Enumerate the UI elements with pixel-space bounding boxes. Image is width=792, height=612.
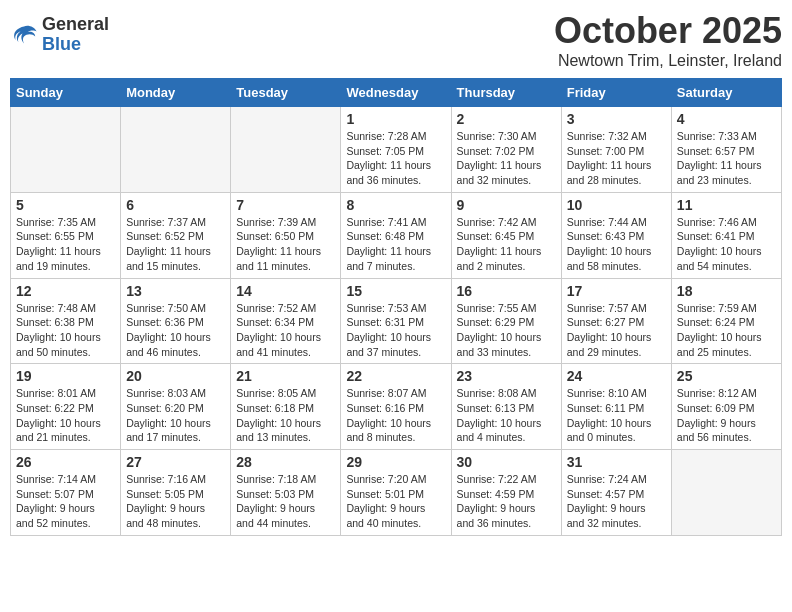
calendar-cell: 20Sunrise: 8:03 AMSunset: 6:20 PMDayligh… (121, 364, 231, 450)
day-info: Sunrise: 7:41 AMSunset: 6:48 PMDaylight:… (346, 215, 445, 274)
day-number: 8 (346, 197, 445, 213)
day-number: 1 (346, 111, 445, 127)
day-number: 25 (677, 368, 776, 384)
day-info: Sunrise: 7:42 AMSunset: 6:45 PMDaylight:… (457, 215, 556, 274)
day-number: 29 (346, 454, 445, 470)
day-info: Sunrise: 8:12 AMSunset: 6:09 PMDaylight:… (677, 386, 776, 445)
day-number: 19 (16, 368, 115, 384)
calendar-cell: 27Sunrise: 7:16 AMSunset: 5:05 PMDayligh… (121, 450, 231, 536)
day-number: 22 (346, 368, 445, 384)
calendar-cell (231, 107, 341, 193)
calendar-week-row: 26Sunrise: 7:14 AMSunset: 5:07 PMDayligh… (11, 450, 782, 536)
month-title: October 2025 (554, 10, 782, 52)
calendar-cell: 15Sunrise: 7:53 AMSunset: 6:31 PMDayligh… (341, 278, 451, 364)
title-section: October 2025 Newtown Trim, Leinster, Ire… (554, 10, 782, 70)
day-number: 13 (126, 283, 225, 299)
calendar-cell: 23Sunrise: 8:08 AMSunset: 6:13 PMDayligh… (451, 364, 561, 450)
day-number: 20 (126, 368, 225, 384)
day-info: Sunrise: 8:03 AMSunset: 6:20 PMDaylight:… (126, 386, 225, 445)
calendar-week-row: 12Sunrise: 7:48 AMSunset: 6:38 PMDayligh… (11, 278, 782, 364)
calendar-cell: 13Sunrise: 7:50 AMSunset: 6:36 PMDayligh… (121, 278, 231, 364)
calendar-cell: 4Sunrise: 7:33 AMSunset: 6:57 PMDaylight… (671, 107, 781, 193)
calendar-cell: 31Sunrise: 7:24 AMSunset: 4:57 PMDayligh… (561, 450, 671, 536)
day-number: 4 (677, 111, 776, 127)
calendar-cell: 21Sunrise: 8:05 AMSunset: 6:18 PMDayligh… (231, 364, 341, 450)
calendar-cell (11, 107, 121, 193)
day-info: Sunrise: 8:07 AMSunset: 6:16 PMDaylight:… (346, 386, 445, 445)
day-number: 18 (677, 283, 776, 299)
calendar-cell: 16Sunrise: 7:55 AMSunset: 6:29 PMDayligh… (451, 278, 561, 364)
day-info: Sunrise: 7:44 AMSunset: 6:43 PMDaylight:… (567, 215, 666, 274)
day-info: Sunrise: 7:20 AMSunset: 5:01 PMDaylight:… (346, 472, 445, 531)
calendar-cell: 24Sunrise: 8:10 AMSunset: 6:11 PMDayligh… (561, 364, 671, 450)
calendar-cell (121, 107, 231, 193)
calendar-cell: 5Sunrise: 7:35 AMSunset: 6:55 PMDaylight… (11, 192, 121, 278)
bird-icon (10, 21, 38, 49)
calendar-cell: 14Sunrise: 7:52 AMSunset: 6:34 PMDayligh… (231, 278, 341, 364)
day-info: Sunrise: 7:37 AMSunset: 6:52 PMDaylight:… (126, 215, 225, 274)
day-number: 5 (16, 197, 115, 213)
day-number: 12 (16, 283, 115, 299)
day-info: Sunrise: 7:50 AMSunset: 6:36 PMDaylight:… (126, 301, 225, 360)
day-number: 23 (457, 368, 556, 384)
day-info: Sunrise: 7:48 AMSunset: 6:38 PMDaylight:… (16, 301, 115, 360)
day-info: Sunrise: 8:01 AMSunset: 6:22 PMDaylight:… (16, 386, 115, 445)
calendar-cell (671, 450, 781, 536)
calendar-day-header: Tuesday (231, 79, 341, 107)
day-number: 11 (677, 197, 776, 213)
day-info: Sunrise: 7:18 AMSunset: 5:03 PMDaylight:… (236, 472, 335, 531)
calendar-cell: 28Sunrise: 7:18 AMSunset: 5:03 PMDayligh… (231, 450, 341, 536)
calendar-cell: 9Sunrise: 7:42 AMSunset: 6:45 PMDaylight… (451, 192, 561, 278)
day-info: Sunrise: 7:16 AMSunset: 5:05 PMDaylight:… (126, 472, 225, 531)
day-number: 7 (236, 197, 335, 213)
day-info: Sunrise: 7:46 AMSunset: 6:41 PMDaylight:… (677, 215, 776, 274)
day-number: 24 (567, 368, 666, 384)
day-info: Sunrise: 7:55 AMSunset: 6:29 PMDaylight:… (457, 301, 556, 360)
day-number: 31 (567, 454, 666, 470)
calendar-cell: 29Sunrise: 7:20 AMSunset: 5:01 PMDayligh… (341, 450, 451, 536)
day-info: Sunrise: 8:05 AMSunset: 6:18 PMDaylight:… (236, 386, 335, 445)
calendar-week-row: 19Sunrise: 8:01 AMSunset: 6:22 PMDayligh… (11, 364, 782, 450)
day-number: 10 (567, 197, 666, 213)
day-info: Sunrise: 7:28 AMSunset: 7:05 PMDaylight:… (346, 129, 445, 188)
calendar-week-row: 5Sunrise: 7:35 AMSunset: 6:55 PMDaylight… (11, 192, 782, 278)
day-info: Sunrise: 7:32 AMSunset: 7:00 PMDaylight:… (567, 129, 666, 188)
calendar-cell: 30Sunrise: 7:22 AMSunset: 4:59 PMDayligh… (451, 450, 561, 536)
calendar-cell: 1Sunrise: 7:28 AMSunset: 7:05 PMDaylight… (341, 107, 451, 193)
day-number: 21 (236, 368, 335, 384)
logo-text: General Blue (42, 15, 109, 55)
day-number: 30 (457, 454, 556, 470)
calendar-cell: 11Sunrise: 7:46 AMSunset: 6:41 PMDayligh… (671, 192, 781, 278)
calendar-cell: 2Sunrise: 7:30 AMSunset: 7:02 PMDaylight… (451, 107, 561, 193)
day-info: Sunrise: 8:10 AMSunset: 6:11 PMDaylight:… (567, 386, 666, 445)
day-info: Sunrise: 7:57 AMSunset: 6:27 PMDaylight:… (567, 301, 666, 360)
day-number: 9 (457, 197, 556, 213)
day-number: 28 (236, 454, 335, 470)
calendar-day-header: Thursday (451, 79, 561, 107)
day-info: Sunrise: 7:30 AMSunset: 7:02 PMDaylight:… (457, 129, 556, 188)
calendar-header-row: SundayMondayTuesdayWednesdayThursdayFrid… (11, 79, 782, 107)
calendar-cell: 8Sunrise: 7:41 AMSunset: 6:48 PMDaylight… (341, 192, 451, 278)
calendar-week-row: 1Sunrise: 7:28 AMSunset: 7:05 PMDaylight… (11, 107, 782, 193)
calendar-cell: 10Sunrise: 7:44 AMSunset: 6:43 PMDayligh… (561, 192, 671, 278)
day-number: 16 (457, 283, 556, 299)
calendar-day-header: Friday (561, 79, 671, 107)
calendar-cell: 25Sunrise: 8:12 AMSunset: 6:09 PMDayligh… (671, 364, 781, 450)
day-info: Sunrise: 7:53 AMSunset: 6:31 PMDaylight:… (346, 301, 445, 360)
page-header: General Blue October 2025 Newtown Trim, … (10, 10, 782, 70)
day-info: Sunrise: 7:35 AMSunset: 6:55 PMDaylight:… (16, 215, 115, 274)
calendar-cell: 22Sunrise: 8:07 AMSunset: 6:16 PMDayligh… (341, 364, 451, 450)
calendar-cell: 17Sunrise: 7:57 AMSunset: 6:27 PMDayligh… (561, 278, 671, 364)
location: Newtown Trim, Leinster, Ireland (554, 52, 782, 70)
day-number: 6 (126, 197, 225, 213)
logo: General Blue (10, 15, 109, 55)
calendar-cell: 18Sunrise: 7:59 AMSunset: 6:24 PMDayligh… (671, 278, 781, 364)
day-number: 15 (346, 283, 445, 299)
calendar-day-header: Wednesday (341, 79, 451, 107)
calendar-day-header: Sunday (11, 79, 121, 107)
day-number: 27 (126, 454, 225, 470)
calendar-table: SundayMondayTuesdayWednesdayThursdayFrid… (10, 78, 782, 536)
day-info: Sunrise: 8:08 AMSunset: 6:13 PMDaylight:… (457, 386, 556, 445)
day-info: Sunrise: 7:59 AMSunset: 6:24 PMDaylight:… (677, 301, 776, 360)
day-number: 17 (567, 283, 666, 299)
